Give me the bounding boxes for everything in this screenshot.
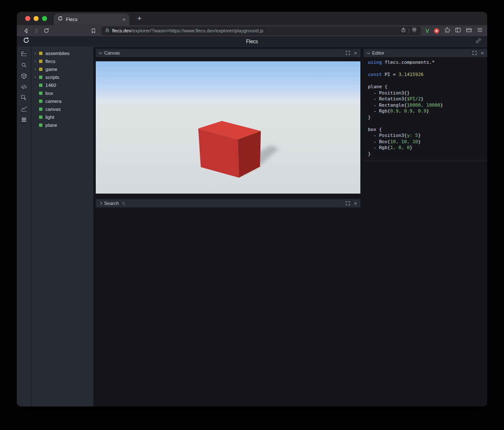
tab-favicon-flecs-icon bbox=[58, 16, 63, 23]
tree-item-label: game bbox=[45, 67, 58, 72]
tree-item-camera[interactable]: camera bbox=[32, 97, 93, 105]
code-line: - Position3{} bbox=[368, 90, 483, 97]
menu-hamburger-icon[interactable] bbox=[477, 27, 483, 35]
extension-red-icon[interactable] bbox=[434, 28, 439, 34]
modules-cube-icon[interactable] bbox=[21, 73, 27, 79]
canvas-panel-header[interactable]: Canvas × bbox=[96, 49, 360, 57]
entity-color-square bbox=[39, 123, 42, 127]
search-panel-title: Search bbox=[104, 201, 119, 206]
tree-item-label: flecs bbox=[45, 59, 55, 64]
flecs-explorer-app: Flecs bbox=[17, 36, 487, 406]
lock-icon bbox=[105, 27, 110, 34]
close-panel-icon[interactable]: × bbox=[480, 50, 484, 56]
tree-item-scripts[interactable]: › scripts bbox=[32, 73, 93, 81]
sidebar-toggle-icon[interactable] bbox=[455, 27, 461, 35]
expand-arrow-icon[interactable]: › bbox=[34, 51, 39, 55]
tree-item-box[interactable]: box bbox=[32, 89, 93, 97]
browser-window: Flecs × + flecs.dev bbox=[17, 12, 487, 406]
tree-item-label: scripts bbox=[45, 75, 59, 80]
code-line: - Rotation3{$PI/2} bbox=[368, 96, 483, 102]
extensions-puzzle-icon[interactable] bbox=[444, 27, 450, 35]
query-search-icon[interactable] bbox=[21, 62, 27, 68]
code-line: - Position3{y: 5} bbox=[368, 133, 483, 139]
tree-item-assemblies[interactable]: › assemblies bbox=[32, 49, 93, 57]
canvas-panel-actions: × bbox=[346, 50, 357, 56]
tab-close-icon[interactable]: × bbox=[122, 16, 126, 23]
canvas-panel-title: Canvas bbox=[104, 50, 120, 55]
code-icon[interactable] bbox=[21, 84, 27, 90]
editor-panel-title: Editor bbox=[372, 50, 384, 55]
code-line: - Rectangle{10000, 10000} bbox=[368, 102, 483, 109]
extension-icons: V bbox=[425, 27, 483, 35]
brave-shield-icon[interactable] bbox=[412, 27, 417, 34]
inspect-cursor-icon[interactable] bbox=[21, 94, 27, 101]
tab-title: Flecs bbox=[66, 17, 119, 22]
expand-panel-icon[interactable] bbox=[346, 51, 350, 55]
forward-button[interactable] bbox=[31, 26, 41, 35]
address-bar[interactable]: flecs.dev/explorer/?wasm=https://www.fle… bbox=[101, 26, 421, 35]
close-window-button[interactable] bbox=[25, 16, 30, 21]
entity-tree-icon[interactable] bbox=[21, 51, 27, 58]
chevron-right-icon[interactable] bbox=[99, 202, 102, 205]
expand-arrow-icon[interactable]: › bbox=[34, 75, 39, 79]
code-line: using flecs.components.* bbox=[368, 60, 483, 66]
share-link-icon[interactable] bbox=[475, 38, 481, 45]
tree-item-canvas[interactable]: canvas bbox=[32, 105, 93, 113]
editor-panel-header[interactable]: Editor × bbox=[364, 49, 487, 57]
search-panel-header[interactable]: Search × bbox=[96, 199, 360, 207]
address-bar-divider bbox=[409, 28, 409, 34]
code-line bbox=[368, 121, 483, 127]
chevron-down-icon[interactable] bbox=[367, 50, 370, 54]
tree-item-light[interactable]: light bbox=[32, 113, 93, 121]
tree-item-game[interactable]: › game bbox=[32, 65, 93, 73]
code-line: plane { bbox=[368, 84, 483, 90]
expand-panel-icon[interactable] bbox=[472, 51, 477, 55]
code-line: - Rgb{1, 0, 0} bbox=[368, 145, 483, 151]
center-column: Canvas × bbox=[93, 47, 364, 406]
wallet-icon[interactable] bbox=[466, 27, 472, 35]
tree-item-label: plane bbox=[45, 123, 57, 128]
tree-item-1460[interactable]: 1460 bbox=[32, 81, 93, 89]
tree-item-label: canvas bbox=[45, 107, 60, 112]
expand-arrow-icon[interactable]: › bbox=[34, 67, 39, 71]
chevron-down-icon[interactable] bbox=[99, 50, 102, 54]
flecs-logo-icon bbox=[23, 37, 30, 46]
code-editor[interactable]: using flecs.components.* const PI = 3.14… bbox=[364, 57, 487, 161]
reload-button[interactable] bbox=[41, 26, 51, 35]
tables-rows-icon[interactable] bbox=[21, 116, 27, 123]
entity-color-square bbox=[39, 84, 42, 87]
editor-column: Editor × using flecs.components.* const … bbox=[364, 47, 487, 406]
stats-chart-icon[interactable] bbox=[21, 105, 27, 112]
close-panel-icon[interactable]: × bbox=[354, 201, 357, 206]
minimize-window-button[interactable] bbox=[34, 16, 39, 21]
browser-tab-flecs[interactable]: Flecs × bbox=[54, 13, 129, 25]
tree-item-flecs[interactable]: › flecs bbox=[32, 57, 93, 65]
expand-panel-icon[interactable] bbox=[346, 201, 350, 205]
share-icon[interactable] bbox=[401, 27, 406, 34]
expand-arrow-icon[interactable]: › bbox=[34, 59, 39, 63]
extension-v-icon[interactable]: V bbox=[425, 27, 429, 34]
tree-items: › assemblies › flecs › game › scripts 14… bbox=[32, 49, 93, 129]
tree-item-label: camera bbox=[45, 99, 61, 104]
tree-item-label: box bbox=[45, 91, 53, 96]
browser-toolbar: flecs.dev/explorer/?wasm=https://www.fle… bbox=[17, 25, 487, 36]
entity-color-square bbox=[39, 52, 42, 55]
left-icon-bar bbox=[17, 47, 32, 406]
editor-panel-actions: × bbox=[472, 50, 484, 56]
back-button[interactable] bbox=[21, 26, 31, 35]
tree-item-label: light bbox=[45, 115, 54, 120]
app-body: › assemblies › flecs › game › scripts 14… bbox=[17, 47, 487, 406]
url-text: flecs.dev/explorer/?wasm=https://www.fle… bbox=[112, 28, 398, 33]
code-line: box { bbox=[368, 127, 483, 133]
zoom-window-button[interactable] bbox=[42, 16, 47, 21]
bookmark-icon[interactable] bbox=[88, 26, 98, 35]
close-panel-icon[interactable]: × bbox=[354, 50, 357, 56]
code-line: - Rgb{0.9, 0.9, 0.9} bbox=[368, 108, 483, 115]
code-line: } bbox=[368, 115, 483, 121]
browser-tab-strip: Flecs × + bbox=[17, 12, 487, 25]
tree-item-label: 1460 bbox=[45, 83, 56, 88]
canvas-3d-viewport[interactable] bbox=[96, 61, 360, 194]
tree-item-plane[interactable]: plane bbox=[32, 121, 93, 129]
new-tab-button[interactable]: + bbox=[134, 14, 144, 23]
url-domain: flecs.dev bbox=[112, 28, 131, 33]
